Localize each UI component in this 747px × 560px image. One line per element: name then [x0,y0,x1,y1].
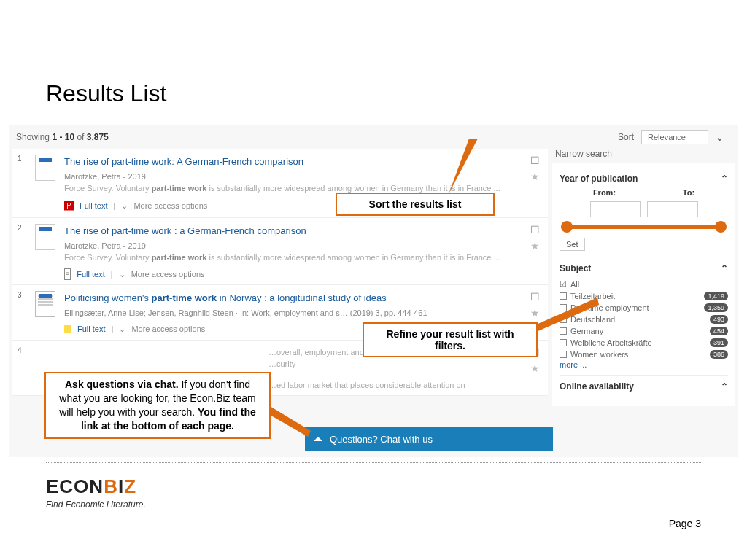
set-button[interactable]: Set [560,238,585,251]
result-number: 2 [18,224,28,280]
result-meta: Marotzke, Petra - 2019 [64,171,520,183]
document-icon: ≡ [64,268,71,280]
facet-option[interactable]: Deutschland493 [560,314,728,325]
chevron-down-icon[interactable]: ⌄ [716,132,724,143]
facet-option[interactable]: Teilzeitarbeit1,419 [560,290,728,302]
bookmark-icon[interactable]: ☐ [530,291,540,303]
result-actions: ≡ Full text | ⌄ More access options [64,268,520,281]
slider-knob-left[interactable] [561,221,573,233]
callout-refine: Refine your result list with filters. [363,322,538,357]
result-title[interactable]: The rise of part-time work : a German-Fr… [64,224,520,238]
econbiz-logo: ECONBIZ Find Economic Literature. [46,475,146,510]
chevron-up-icon: ⌃ [721,174,728,184]
status-icon [64,325,71,332]
result-item: 2 The rise of part-time work : a German-… [12,218,548,285]
chevron-down-icon: ⌄ [119,268,125,281]
facet-header[interactable]: Online availability ⌃ [560,381,728,396]
results-header: Showing 1 - 10 of 3,875 Sort Relevance ⌄ [9,125,738,149]
more-link[interactable]: more ... [560,360,728,369]
facet-header[interactable]: Subject ⌃ [560,263,728,278]
bookmark-icon[interactable]: ☐ [530,155,540,166]
results-count: Showing 1 - 10 of 3,875 [16,132,109,142]
chevron-up-icon: ⌃ [721,263,728,273]
star-icon[interactable]: ★ [530,362,540,374]
callout-chat: Ask questions via chat. If you don't fin… [44,372,271,439]
result-title[interactable]: The rise of part-time work: A German-Fre… [64,155,520,169]
more-access-link[interactable]: More access options [131,323,205,335]
year-to-input[interactable] [647,201,698,217]
fulltext-link[interactable]: Full text [77,323,106,335]
result-title[interactable]: Politicising women's part-time work in N… [64,291,520,306]
divider-top [46,114,701,114]
facet-option[interactable]: Women workers386 [560,349,728,360]
facet-sidebar: Year of publication ⌃ From: To: [552,163,735,406]
sort-control: Sort Relevance ⌄ [618,130,724,144]
chevron-down-icon: ⌄ [121,200,128,212]
result-number: 4 [18,346,28,392]
result-thumbnail [35,291,57,335]
slide: Results List Showing 1 - 10 of 3,875 Sor… [0,0,747,560]
more-access-link[interactable]: More access options [131,268,205,281]
sort-label: Sort [618,132,634,142]
sort-dropdown[interactable]: Relevance [641,130,708,144]
logo-tagline: Find Economic Literature. [46,499,146,510]
result-snippet: Force Survey. Voluntary part-time work i… [64,252,520,264]
page-title: Results List [46,80,166,107]
divider-bottom [46,462,701,463]
facet-subject: Subject ⌃ ☑All Teilzeitarbeit1,419 Part-… [560,257,728,375]
facet-online: Online availability ⌃ [560,375,728,402]
facet-option[interactable]: Weibliche Arbeitskräfte391 [560,337,728,349]
facet-year: Year of publication ⌃ From: To: [560,168,728,257]
bookmark-icon[interactable]: ☐ [530,224,540,236]
callout-sort: Sort the results list [336,192,495,216]
chevron-down-icon: ⌄ [119,323,125,335]
from-label: From: [593,188,616,197]
facet-option[interactable]: Germany454 [560,325,728,337]
slider-knob-right[interactable] [715,221,727,233]
star-icon[interactable]: ★ [530,171,540,182]
result-body: The rise of part-time work : a German-Fr… [64,224,520,280]
result-meta: Marotzke, Petra - 2019 [64,240,520,252]
book-icon [35,155,55,181]
chevron-up-icon: ⌃ [721,381,728,392]
chat-bar[interactable]: Questions? Chat with us [305,427,553,451]
results-layout: 1 The rise of part-time work: A German-F… [9,149,738,406]
pdf-icon: 🅿 [64,199,74,214]
more-access-link[interactable]: More access options [133,200,207,212]
year-from-input[interactable] [590,201,641,217]
article-icon [35,291,55,317]
facet-header[interactable]: Year of publication ⌃ [560,174,728,188]
fulltext-link[interactable]: Full text [80,200,108,212]
chat-label: Questions? Chat with us [330,434,433,445]
page-number: Page 3 [669,518,701,529]
chevron-up-icon [314,437,322,441]
fulltext-link[interactable]: Full text [77,268,105,281]
facet-all[interactable]: ☑All [560,278,728,290]
book-icon [35,224,55,250]
year-slider[interactable] [565,225,722,229]
narrow-column: Narrow search Year of publication ⌃ From… [552,149,735,406]
result-side-actions: ☐ ★ [527,224,542,280]
result-number: 1 [18,155,28,213]
star-icon[interactable]: ★ [530,240,540,252]
result-meta: Ellingsæter, Anne Lise; Jensen, Ragnhild… [64,307,520,319]
to-label: To: [683,188,694,197]
result-number: 3 [18,291,28,335]
star-icon[interactable]: ★ [530,307,540,319]
result-thumbnail [35,155,57,213]
narrow-heading: Narrow search [552,149,735,159]
facet-option[interactable]: Part-time employment1,359 [560,302,728,314]
results-column: 1 The rise of part-time work: A German-F… [12,149,548,406]
result-thumbnail [35,224,57,280]
result-side-actions: ☐ ★ [527,155,542,213]
